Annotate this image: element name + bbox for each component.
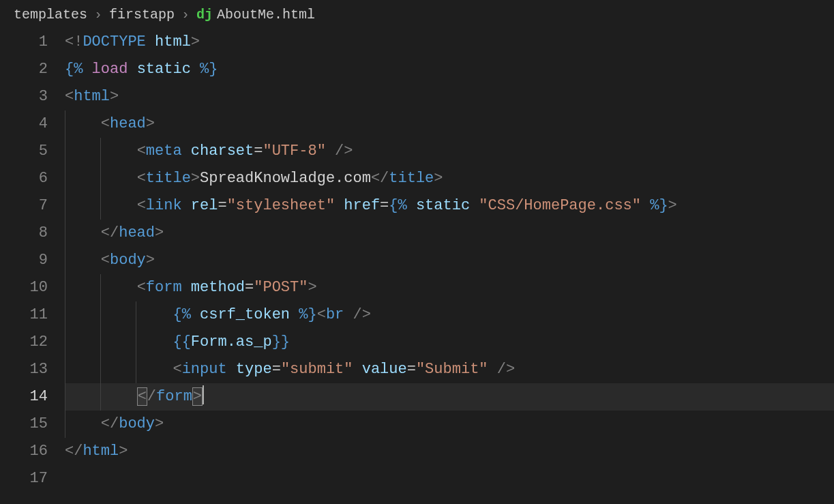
code-token: /> — [488, 361, 516, 378]
code-token: br — [326, 306, 344, 323]
breadcrumb-seg-firstapp[interactable]: firstapp — [109, 7, 175, 23]
code-line[interactable]: <link rel="stylesheet" href={% static "C… — [65, 192, 834, 220]
line-number[interactable]: 7 — [0, 192, 48, 220]
code-token — [128, 61, 136, 78]
code-token: html — [155, 33, 191, 50]
code-token: = — [272, 361, 281, 378]
code-token: title — [146, 170, 191, 187]
code-token: > — [119, 443, 128, 460]
code-line[interactable]: </html> — [65, 438, 834, 465]
code-line[interactable]: <input type="submit" value="Submit" /> — [65, 356, 834, 383]
code-token: load — [92, 61, 128, 78]
code-token: > — [155, 224, 164, 241]
line-number[interactable]: 1 — [0, 29, 48, 56]
code-token: = — [380, 197, 389, 214]
text-cursor — [203, 385, 204, 404]
code-token: %} — [641, 197, 668, 214]
code-line[interactable]: <!DOCTYPE html> — [65, 29, 834, 56]
code-line[interactable]: <title>SpreadKnowladge.com</title> — [65, 165, 834, 192]
code-token: {{ — [173, 333, 190, 351]
line-number[interactable]: 16 — [0, 438, 48, 465]
code-token: < — [137, 143, 146, 160]
code-token: }} — [272, 333, 290, 351]
line-number[interactable]: 10 — [0, 274, 48, 301]
code-token: > — [192, 387, 203, 406]
code-line[interactable]: {{Form.as_p}} — [65, 329, 834, 356]
breadcrumb: templates › firstapp › dj AboutMe.html — [0, 0, 834, 29]
code-token: static — [416, 197, 470, 214]
code-token: / — [147, 388, 156, 405]
code-token: > — [434, 170, 443, 187]
code-token: > — [146, 252, 155, 269]
code-token: > — [191, 33, 200, 50]
code-token: %} — [191, 61, 218, 78]
line-number[interactable]: 14 — [0, 383, 48, 411]
line-number[interactable]: 3 — [0, 83, 48, 110]
code-token: input — [182, 361, 227, 378]
breadcrumb-seg-templates[interactable]: templates — [14, 7, 87, 23]
code-line[interactable]: </body> — [65, 411, 834, 438]
line-number[interactable]: 17 — [0, 465, 48, 492]
code-token: < — [137, 170, 146, 187]
code-token — [182, 197, 191, 214]
line-number[interactable]: 4 — [0, 110, 48, 138]
line-number[interactable]: 5 — [0, 138, 48, 165]
line-number[interactable]: 13 — [0, 356, 48, 383]
code-token: head — [110, 115, 146, 132]
code-line[interactable]: </head> — [65, 220, 834, 247]
code-token: "UTF-8" — [263, 143, 325, 160]
code-token: href — [344, 197, 380, 214]
code-token — [335, 197, 344, 214]
code-token: "CSS/HomePage.css" — [479, 197, 641, 214]
code-token: "POST" — [254, 279, 308, 296]
code-token: value — [362, 361, 407, 378]
code-token: <! — [65, 33, 83, 50]
code-token: head — [119, 224, 155, 241]
code-line[interactable]: <html> — [65, 83, 834, 110]
chevron-right-icon: › — [94, 7, 102, 23]
code-token — [182, 143, 191, 160]
line-number[interactable]: 11 — [0, 301, 48, 329]
code-token — [182, 279, 191, 296]
line-number[interactable]: 9 — [0, 247, 48, 274]
code-line[interactable]: {% load static %} — [65, 56, 834, 83]
code-token — [146, 33, 155, 50]
code-area[interactable]: <!DOCTYPE html> {% load static %} <html>… — [65, 29, 834, 492]
code-token: = — [254, 143, 263, 160]
code-token: > — [155, 415, 164, 432]
line-number[interactable]: 8 — [0, 220, 48, 247]
code-token: meta — [146, 143, 182, 160]
code-token: < — [137, 279, 146, 296]
code-line[interactable]: <form method="POST"> — [65, 274, 834, 301]
code-token: </ — [101, 415, 119, 432]
code-token: > — [146, 115, 155, 132]
code-line[interactable]: <body> — [65, 247, 834, 274]
code-token: %} — [290, 306, 317, 323]
code-token: body — [110, 252, 146, 269]
code-token: > — [110, 88, 119, 105]
code-token: title — [389, 170, 434, 187]
code-token: = — [245, 279, 254, 296]
code-token: > — [308, 279, 316, 296]
code-token: </ — [65, 443, 83, 460]
code-token — [470, 197, 479, 214]
line-number[interactable]: 2 — [0, 56, 48, 83]
code-line[interactable]: {% csrf_token %}<br /> — [65, 301, 834, 329]
line-number[interactable]: 6 — [0, 165, 48, 192]
code-line[interactable] — [65, 465, 834, 492]
breadcrumb-seg-filename[interactable]: AboutMe.html — [217, 7, 315, 23]
code-line[interactable]: <meta charset="UTF-8" /> — [65, 138, 834, 165]
code-token: static — [137, 61, 191, 78]
code-token: rel — [191, 197, 218, 214]
code-editor[interactable]: 1 2 3 4 5 6 7 8 9 10 11 12 13 14 15 16 1… — [0, 29, 834, 492]
code-token: </ — [371, 170, 389, 187]
code-token: form — [146, 279, 182, 296]
code-token: link — [146, 197, 182, 214]
code-line[interactable]: </form> — [65, 383, 834, 411]
code-token: html — [74, 88, 110, 105]
line-number[interactable]: 12 — [0, 329, 48, 356]
code-token — [353, 361, 362, 378]
code-line[interactable]: <head> — [65, 110, 834, 138]
code-token: Form.as_p — [191, 333, 272, 351]
line-number[interactable]: 15 — [0, 411, 48, 438]
